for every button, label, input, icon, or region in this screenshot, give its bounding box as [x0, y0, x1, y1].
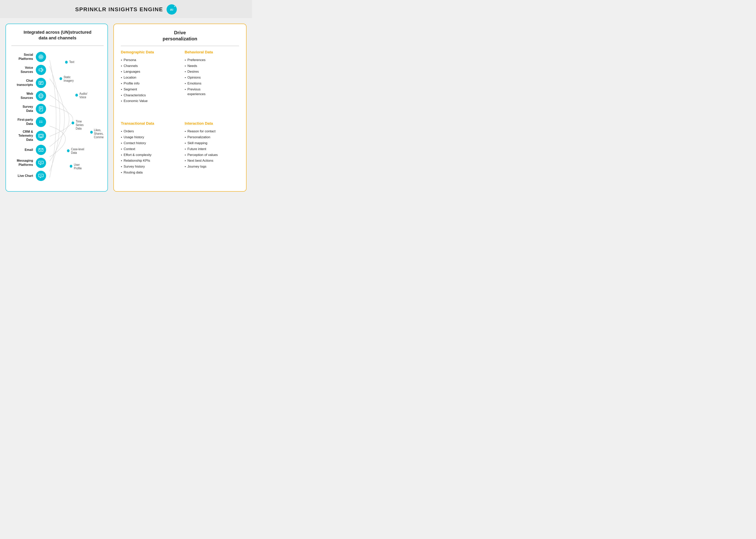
source-icon-survey: [36, 104, 46, 114]
list-item: Usage history: [121, 134, 175, 140]
source-row-chat: Chattranscripts: [11, 78, 46, 88]
svg-text:Shares,: Shares,: [94, 132, 103, 135]
svg-text:Data: Data: [71, 151, 77, 154]
source-label-firstparty: First-partyData: [11, 118, 33, 126]
section-demographic: Demographic Data Persona Channels Langua…: [121, 50, 175, 115]
list-item: Economic Value: [121, 98, 175, 104]
list-item: Segment: [121, 86, 175, 92]
svg-point-35: [70, 165, 72, 168]
svg-text:Voice: Voice: [79, 95, 86, 99]
list-item: Preferences: [185, 57, 239, 63]
list-item: Journey logs: [185, 164, 239, 170]
list-item: Perception of values: [185, 152, 239, 158]
list-item: Opinions: [185, 75, 239, 81]
left-panel-title: Integrated across (UN)structureddata and…: [11, 30, 103, 41]
svg-text:Time: Time: [76, 119, 82, 123]
source-label-voice: VoiceSources: [11, 66, 33, 74]
svg-text:Static: Static: [64, 75, 71, 79]
section-list-transactional: Orders Usage history Contact history Con…: [121, 128, 175, 175]
source-icon-voice: [36, 65, 46, 75]
svg-marker-3: [39, 68, 42, 72]
source-label-web: WebSources: [11, 92, 33, 100]
list-item: Previousexperiences: [185, 86, 239, 97]
page-title: SPRINKLR INSIGHTS ENGINE: [75, 6, 163, 13]
svg-text:Audio/: Audio/: [79, 92, 88, 95]
svg-rect-22: [39, 135, 42, 136]
source-label-social: SocialPlatforms: [11, 53, 33, 61]
list-item: Effort & complexity: [121, 152, 175, 158]
svg-point-34: [67, 149, 70, 152]
svg-point-28: [41, 176, 42, 176]
data-grid: Demographic Data Persona Channels Langua…: [121, 50, 239, 186]
ai-badge: AI: [167, 4, 177, 15]
source-label-email: Email: [11, 148, 33, 152]
source-row-web: WebSources: [11, 91, 46, 101]
section-behavioral: Behavioral Data Preferences Needs Desire…: [185, 50, 239, 115]
list-item: Characteristics: [121, 92, 175, 98]
divider: [11, 45, 103, 46]
source-icon-livechart: [36, 171, 46, 181]
svg-point-32: [72, 121, 74, 124]
list-item: Needs: [185, 63, 239, 69]
list-item: Location: [121, 75, 175, 81]
section-title-behavioral: Behavioral Data: [185, 50, 239, 54]
source-row-survey: SurveyData: [11, 104, 46, 114]
svg-text:Data: Data: [76, 127, 82, 130]
source-row-email: Email: [11, 145, 46, 155]
source-row-messaging: MessagingPlatforms: [11, 158, 46, 168]
list-item: Contact history: [121, 140, 175, 146]
section-interaction: Interaction Data Reason for contact Pers…: [185, 121, 239, 186]
svg-point-27: [41, 176, 41, 176]
svg-text:Profile: Profile: [74, 166, 82, 170]
arc-diagram: Text Static Imagery Audio/ Voice Time Se…: [44, 50, 103, 186]
source-icon-firstparty: [36, 117, 46, 127]
list-item: Orders: [121, 128, 175, 134]
svg-text:Imagery: Imagery: [64, 79, 74, 82]
sources-list: SocialPlatforms VoiceSources: [11, 50, 46, 186]
source-icon-web: [36, 91, 46, 101]
section-list-interaction: Reason for contact Personalization Skill…: [185, 128, 239, 170]
source-label-survey: SurveyData: [11, 105, 33, 113]
source-icon-messaging: [36, 158, 46, 168]
svg-point-26: [40, 176, 40, 176]
svg-point-15: [39, 121, 40, 121]
list-item: Reason for contact: [185, 128, 239, 134]
list-item: Skill mapping: [185, 140, 239, 146]
svg-text:User: User: [74, 163, 80, 166]
section-transactional: Transactional Data Orders Usage history …: [121, 121, 175, 186]
svg-point-31: [75, 94, 78, 97]
source-label-livechart: Live Chart: [11, 174, 33, 178]
sources-with-arcs: SocialPlatforms VoiceSources: [11, 50, 103, 186]
source-icon-social: [36, 52, 46, 62]
section-list-demographic: Persona Channels Languages Location Prof…: [121, 57, 175, 104]
svg-text:Text: Text: [69, 60, 74, 64]
source-label-chat: Chattranscripts: [11, 79, 33, 87]
source-icon-chat: [36, 78, 46, 88]
right-panel: Drivepersonalization Demographic Data Pe…: [113, 24, 246, 192]
list-item: Context: [121, 146, 175, 152]
list-item: Languages: [121, 69, 175, 75]
source-label-crm: CRM &TelemetryData: [11, 130, 33, 142]
arc-svg: Text Static Imagery Audio/ Voice Time Se…: [44, 50, 103, 186]
list-item: Future intent: [185, 146, 239, 152]
list-item: Emotions: [185, 81, 239, 86]
svg-text:Series: Series: [76, 123, 84, 127]
svg-point-17: [39, 122, 40, 123]
svg-point-30: [59, 77, 62, 80]
right-panel-title: Drivepersonalization: [121, 30, 239, 42]
section-title-demographic: Demographic Data: [121, 50, 175, 54]
section-title-interaction: Interaction Data: [185, 121, 239, 126]
list-item: Relationship KPIs: [121, 158, 175, 164]
source-icon-email: [36, 145, 46, 155]
source-row-livechart: Live Chart: [11, 171, 46, 181]
list-item: Routing data: [121, 170, 175, 176]
main-content: Integrated across (UN)structureddata and…: [0, 18, 252, 197]
list-item: Personalization: [185, 134, 239, 140]
source-icon-crm: [36, 131, 46, 141]
left-panel: Integrated across (UN)structureddata and…: [6, 24, 108, 192]
source-label-messaging: MessagingPlatforms: [11, 159, 33, 167]
svg-point-33: [90, 131, 93, 134]
section-title-transactional: Transactional Data: [121, 121, 175, 126]
list-item: Persona: [121, 57, 175, 63]
svg-text:Case-level: Case-level: [71, 147, 84, 151]
